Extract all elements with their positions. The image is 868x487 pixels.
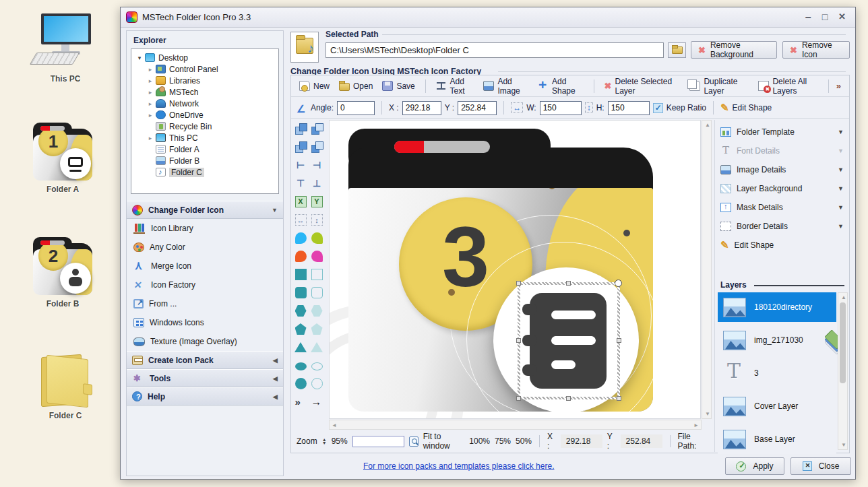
resize-handle[interactable] (566, 281, 571, 286)
chevron-right-icon[interactable] (146, 135, 154, 141)
font-details-button[interactable]: Font Details (715, 141, 849, 160)
chevron-right-icon[interactable] (146, 100, 154, 107)
tree-item-network[interactable]: Network (133, 98, 277, 109)
ellipse-outline-icon[interactable] (311, 362, 323, 370)
remove-background-button[interactable]: Remove Background (691, 41, 777, 59)
tree-item-this-pc[interactable]: This PC (133, 132, 277, 143)
edit-shape-button[interactable]: Edit Shape (715, 236, 849, 255)
square-outline-icon[interactable] (311, 269, 323, 280)
layer-row[interactable]: 3 (718, 358, 836, 388)
desktop-icon-folder-b[interactable]: 2 Folder B (26, 237, 100, 309)
height-input[interactable]: 150 (608, 101, 650, 115)
align-bottom-icon[interactable]: ⊥ (311, 178, 323, 189)
send-to-back-icon[interactable] (311, 141, 323, 153)
image-details-button[interactable]: Image Details (715, 160, 849, 179)
zoom-input[interactable] (352, 436, 405, 447)
hexagon-outline-icon[interactable] (311, 305, 323, 317)
folder-preview-button[interactable] (290, 32, 319, 63)
zoom-100-button[interactable]: 100% (469, 436, 490, 446)
resize-handle[interactable] (516, 396, 521, 401)
new-button[interactable]: New (297, 79, 332, 92)
scroll-left-icon[interactable]: ◄ (332, 422, 337, 428)
bring-to-front-icon[interactable] (295, 141, 307, 153)
layer-row[interactable]: 180120directory (718, 292, 836, 322)
delete-all-layers-button[interactable]: Delete All Layers (755, 75, 824, 97)
more-icon-packs-link[interactable]: For more icon packs and templates please… (363, 461, 554, 471)
hexagon-filled-icon[interactable] (295, 305, 307, 317)
menu-item-from[interactable]: From ... (127, 294, 283, 313)
zoom-75-button[interactable]: 75% (495, 436, 511, 446)
add-text-button[interactable]: Add Text (433, 75, 477, 97)
layer-row[interactable]: Cover Layer (718, 391, 836, 421)
canvas-vertical-scrollbar[interactable]: ▲ ▼ (702, 120, 712, 419)
desktop-icon-this-pc[interactable]: This PC (28, 13, 102, 84)
close-dialog-button[interactable]: Close (790, 457, 851, 475)
menu-section-tools[interactable]: Tools (127, 369, 283, 387)
zoom-spinner[interactable]: ▲▼ (322, 438, 327, 445)
scroll-up-icon[interactable]: ▲ (841, 294, 846, 300)
canvas-horizontal-scrollbar[interactable]: ◄ ► (329, 420, 702, 430)
tree-item-folder-c[interactable]: Folder C (133, 166, 277, 178)
speech-bubble-green-icon[interactable] (311, 232, 323, 244)
ellipse-filled-icon[interactable] (295, 362, 307, 370)
scroll-right-icon[interactable]: ► (693, 422, 699, 428)
menu-item-icon-factory[interactable]: Icon Factory (127, 275, 283, 294)
layer-background-button[interactable]: Layer Background (715, 179, 849, 198)
send-backward-icon[interactable] (311, 123, 323, 135)
chevron-right-icon[interactable] (146, 77, 154, 84)
width-input[interactable]: 150 (540, 101, 582, 115)
add-shape-button[interactable]: Add Shape (535, 75, 586, 97)
zoom-50-button[interactable]: 50% (516, 436, 532, 446)
match-height-icon[interactable]: ↕ (311, 214, 323, 226)
chevron-right-icon[interactable] (146, 112, 154, 119)
tree-item-libraries[interactable]: Libraries (133, 75, 277, 86)
menu-item-any-color[interactable]: Any Color (127, 238, 283, 257)
menu-item-icon-library[interactable]: Icon Library (127, 219, 283, 238)
tree-item-folder-b[interactable]: Folder B (133, 155, 277, 166)
triangle-filled-icon[interactable] (294, 342, 307, 352)
minimize-button[interactable] (805, 11, 811, 24)
bring-forward-icon[interactable] (295, 123, 307, 135)
tree-item-control-panel[interactable]: Control Panel (133, 63, 277, 75)
tree-item-folder-a[interactable]: Folder A (133, 143, 277, 155)
folder-template-button[interactable]: Folder Template (715, 123, 849, 141)
resize-handle[interactable] (617, 338, 621, 343)
edit-shape-button[interactable]: Edit Shape (733, 103, 772, 112)
keep-ratio-checkbox[interactable] (653, 103, 663, 113)
titlebar[interactable]: MSTech Folder Icon Pro 3.3 (121, 7, 855, 28)
arrow-shape-icon[interactable] (311, 396, 323, 408)
chevron-down-icon[interactable] (135, 55, 144, 61)
speech-bubble-cyan-icon[interactable] (295, 232, 307, 244)
square-filled-icon[interactable] (295, 269, 307, 280)
pentagon-outline-icon[interactable] (311, 323, 323, 335)
more-shapes-chevron[interactable] (295, 396, 307, 408)
toolbar-overflow-chevron[interactable] (836, 81, 844, 91)
remove-icon-button[interactable]: Remove Icon (782, 41, 850, 59)
scroll-down-icon[interactable]: ▼ (705, 411, 710, 417)
menu-section-help[interactable]: Help (127, 387, 283, 405)
delete-selected-layer-button[interactable]: Delete Selected Layer (602, 75, 683, 97)
y-input[interactable]: 252.84 (458, 101, 497, 115)
speech-bubble-orange-icon[interactable] (295, 251, 307, 262)
circle-filled-icon[interactable] (295, 378, 307, 389)
menu-item-texture[interactable]: Texture (Image Overlay) (127, 332, 283, 351)
circle-outline-icon[interactable] (311, 378, 323, 389)
x-input[interactable]: 292.18 (402, 101, 441, 115)
speech-bubble-pink-icon[interactable] (311, 251, 323, 262)
resize-handle[interactable] (617, 396, 621, 401)
resize-handle[interactable] (516, 281, 521, 286)
browse-folder-button[interactable] (668, 42, 686, 58)
align-left-icon[interactable]: ⊢ (295, 160, 307, 171)
close-button[interactable] (838, 11, 846, 24)
center-x-icon[interactable]: X (295, 196, 307, 207)
selection-rectangle[interactable] (518, 282, 620, 399)
scroll-down-icon[interactable]: ▼ (841, 442, 846, 448)
fit-to-window-button[interactable]: Fit to window (423, 432, 465, 451)
tree-item-desktop[interactable]: Desktop (133, 52, 277, 63)
menu-item-windows-icons[interactable]: Windows Icons (127, 313, 283, 332)
align-top-icon[interactable]: ⊤ (295, 178, 307, 189)
tree-item-onedrive[interactable]: OneDrive (133, 109, 277, 121)
align-right-icon[interactable]: ⊣ (311, 160, 323, 171)
menu-section-change-folder-icon[interactable]: Change Folder Icon (127, 201, 283, 219)
add-image-button[interactable]: Add Image (480, 75, 531, 97)
